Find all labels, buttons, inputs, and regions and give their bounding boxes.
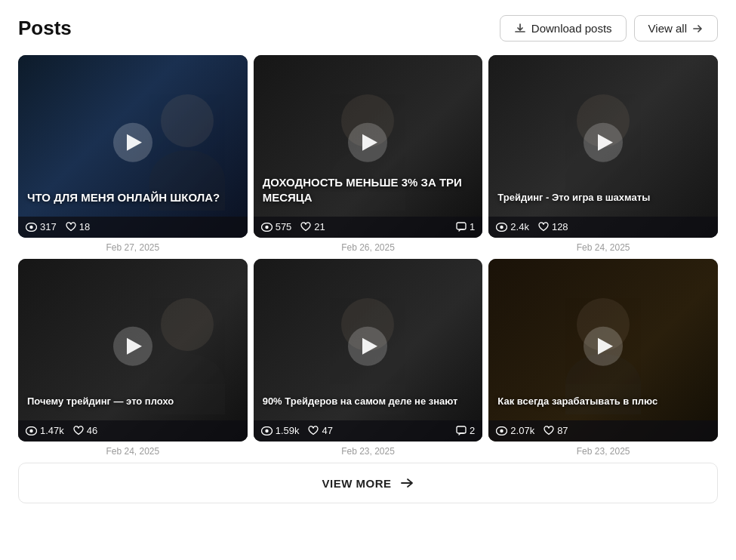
post-date: Feb 27, 2025: [18, 242, 248, 253]
post-meta-bar: 575211: [254, 217, 483, 238]
post-card[interactable]: 90% Трейдеров на самом деле не знают1.59…: [254, 259, 483, 442]
meta-left: 31718: [26, 221, 90, 232]
play-button[interactable]: [113, 327, 152, 366]
post-meta-bar: 2.4k128: [488, 217, 718, 238]
post-meta-bar: 1.47k46: [18, 420, 248, 442]
svg-point-8: [29, 429, 32, 432]
likes-count: 47: [308, 425, 332, 436]
post-meta-bar: 31718: [18, 217, 248, 238]
post-card-wrapper: Трейдинг - Это игра в шахматы2.4k128Feb …: [488, 55, 718, 253]
posts-header: Posts Download posts View all: [18, 15, 718, 42]
likes-count: 18: [66, 221, 90, 232]
play-button[interactable]: [113, 123, 152, 162]
view-more-label: VIEW MORE: [322, 477, 391, 490]
post-card-wrapper: Почему трейдинг — это плохо1.47k46Feb 24…: [18, 259, 248, 457]
post-date: Feb 24, 2025: [488, 242, 718, 253]
post-date: Feb 23, 2025: [488, 446, 718, 457]
likes-count: 46: [73, 425, 97, 436]
heart-icon: [73, 426, 84, 435]
post-card-wrapper: ДОХОДНОСТЬ МЕНЬШЕ 3% ЗА ТРИ МЕСЯЦА575211…: [254, 55, 483, 253]
view-more-arrow-icon: [399, 475, 414, 491]
views-count: 575: [261, 221, 292, 232]
post-overlay-text: 90% Трейдеров на самом деле не знают: [263, 395, 458, 408]
play-triangle: [598, 134, 613, 151]
views-count: 1.59k: [261, 425, 300, 436]
svg-rect-11: [457, 426, 466, 433]
svg-point-3: [265, 225, 268, 228]
comments-count: 2: [456, 425, 475, 436]
play-triangle: [127, 134, 142, 151]
post-overlay-text: Почему трейдинг — это плохо: [27, 395, 174, 408]
play-button[interactable]: [348, 327, 387, 366]
heart-icon: [544, 426, 554, 435]
header-actions: Download posts View all: [500, 15, 718, 42]
post-card-wrapper: 90% Трейдеров на самом деле не знают1.59…: [254, 259, 483, 457]
post-card[interactable]: ДОХОДНОСТЬ МЕНЬШЕ 3% ЗА ТРИ МЕСЯЦА575211: [254, 55, 483, 238]
play-triangle: [598, 338, 613, 355]
comment-icon: [456, 222, 467, 232]
post-meta-bar: 1.59k472: [254, 420, 483, 442]
page-container: Posts Download posts View all ЧТО ДЛЯ МЕ…: [0, 0, 736, 518]
post-date: Feb 24, 2025: [18, 446, 248, 457]
meta-left: 1.59k47: [261, 425, 333, 436]
views-count: 317: [26, 221, 57, 232]
heart-icon: [66, 222, 76, 232]
svg-point-6: [500, 225, 503, 228]
svg-point-10: [265, 429, 268, 432]
eye-icon: [261, 426, 273, 435]
play-button[interactable]: [584, 327, 623, 366]
post-card-wrapper: Как всегда зарабатывать в плюс2.07k87Feb…: [488, 259, 718, 457]
eye-icon: [261, 223, 273, 232]
heart-icon: [300, 222, 311, 232]
heart-icon: [308, 426, 319, 435]
likes-count: 87: [544, 425, 568, 436]
post-card[interactable]: Почему трейдинг — это плохо1.47k46: [18, 259, 248, 442]
play-button[interactable]: [584, 123, 623, 162]
view-more-section[interactable]: VIEW MORE: [18, 463, 718, 503]
post-card-wrapper: ЧТО ДЛЯ МЕНЯ ОНЛАЙН ШКОЛА?31718Feb 27, 2…: [18, 55, 248, 253]
post-date: Feb 26, 2025: [254, 242, 483, 253]
likes-count: 21: [300, 221, 325, 232]
post-overlay-text: Как всегда зарабатывать в плюс: [497, 395, 657, 408]
post-overlay-text: ДОХОДНОСТЬ МЕНЬШЕ 3% ЗА ТРИ МЕСЯЦА: [263, 175, 464, 205]
meta-left: 2.4k128: [496, 221, 568, 232]
view-all-button[interactable]: View all: [634, 15, 718, 42]
post-meta-bar: 2.07k87: [488, 420, 718, 442]
eye-icon: [26, 426, 37, 435]
heart-icon: [538, 222, 549, 232]
play-triangle: [362, 134, 377, 151]
view-more-button[interactable]: VIEW MORE: [322, 475, 414, 491]
eye-icon: [496, 223, 507, 232]
download-icon: [514, 23, 526, 35]
posts-grid: ЧТО ДЛЯ МЕНЯ ОНЛАЙН ШКОЛА?31718Feb 27, 2…: [18, 55, 718, 457]
views-count: 2.4k: [496, 221, 529, 232]
comment-icon: [456, 426, 467, 435]
post-overlay-text: Трейдинг - Это игра в шахматы: [497, 192, 650, 205]
arrow-right-icon: [691, 23, 704, 35]
svg-rect-4: [457, 223, 466, 229]
play-button[interactable]: [348, 123, 387, 162]
post-card[interactable]: Как всегда зарабатывать в плюс2.07k87: [488, 259, 718, 442]
post-card[interactable]: ЧТО ДЛЯ МЕНЯ ОНЛАЙН ШКОЛА?31718: [18, 55, 248, 238]
views-count: 1.47k: [26, 425, 64, 436]
svg-point-13: [500, 429, 503, 432]
post-date: Feb 23, 2025: [254, 446, 483, 457]
comments-count: 1: [456, 221, 475, 232]
meta-left: 1.47k46: [26, 425, 97, 436]
page-title: Posts: [18, 17, 72, 40]
post-overlay-text: ЧТО ДЛЯ МЕНЯ ОНЛАЙН ШКОЛА?: [27, 190, 220, 205]
eye-icon: [26, 223, 37, 232]
download-posts-button[interactable]: Download posts: [500, 15, 627, 42]
views-count: 2.07k: [496, 425, 534, 436]
meta-left: 57521: [261, 221, 325, 232]
play-triangle: [362, 338, 377, 355]
meta-left: 2.07k87: [496, 425, 568, 436]
post-card[interactable]: Трейдинг - Это игра в шахматы2.4k128: [488, 55, 718, 238]
play-triangle: [127, 338, 142, 355]
eye-icon: [496, 426, 507, 435]
svg-point-1: [29, 225, 32, 228]
likes-count: 128: [538, 221, 568, 232]
